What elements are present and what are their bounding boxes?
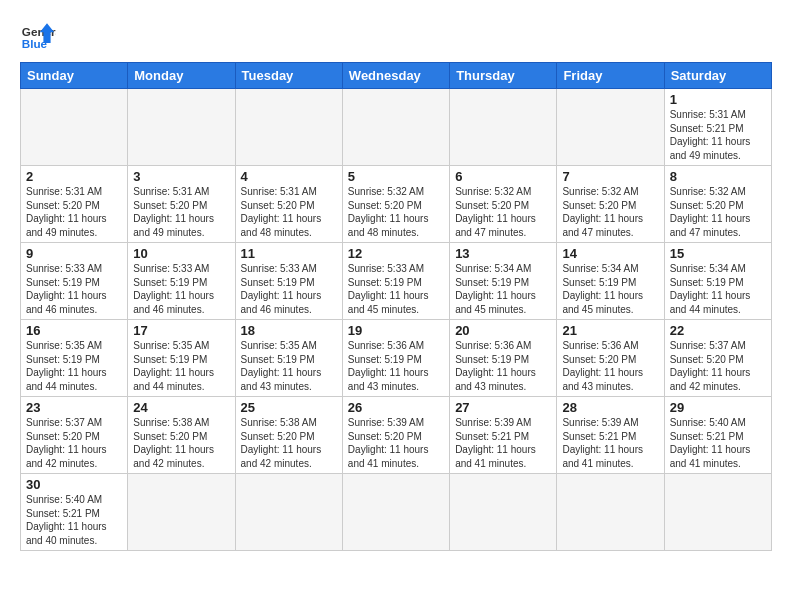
calendar-cell: 20Sunrise: 5:36 AMSunset: 5:19 PMDayligh… — [450, 320, 557, 397]
day-info: Sunrise: 5:32 AMSunset: 5:20 PMDaylight:… — [348, 185, 444, 239]
calendar-cell: 22Sunrise: 5:37 AMSunset: 5:20 PMDayligh… — [664, 320, 771, 397]
day-number: 30 — [26, 477, 122, 492]
calendar-cell — [557, 474, 664, 551]
day-number: 19 — [348, 323, 444, 338]
weekday-header: Wednesday — [342, 63, 449, 89]
day-info: Sunrise: 5:38 AMSunset: 5:20 PMDaylight:… — [133, 416, 229, 470]
calendar-cell: 17Sunrise: 5:35 AMSunset: 5:19 PMDayligh… — [128, 320, 235, 397]
day-info: Sunrise: 5:31 AMSunset: 5:20 PMDaylight:… — [26, 185, 122, 239]
day-info: Sunrise: 5:33 AMSunset: 5:19 PMDaylight:… — [133, 262, 229, 316]
calendar-cell: 8Sunrise: 5:32 AMSunset: 5:20 PMDaylight… — [664, 166, 771, 243]
day-number: 9 — [26, 246, 122, 261]
calendar-week-row: 23Sunrise: 5:37 AMSunset: 5:20 PMDayligh… — [21, 397, 772, 474]
day-info: Sunrise: 5:32 AMSunset: 5:20 PMDaylight:… — [562, 185, 658, 239]
day-info: Sunrise: 5:36 AMSunset: 5:19 PMDaylight:… — [455, 339, 551, 393]
calendar-cell — [235, 474, 342, 551]
calendar-cell — [235, 89, 342, 166]
day-info: Sunrise: 5:34 AMSunset: 5:19 PMDaylight:… — [455, 262, 551, 316]
day-number: 12 — [348, 246, 444, 261]
day-number: 8 — [670, 169, 766, 184]
day-info: Sunrise: 5:34 AMSunset: 5:19 PMDaylight:… — [562, 262, 658, 316]
calendar-cell — [128, 89, 235, 166]
calendar-cell: 29Sunrise: 5:40 AMSunset: 5:21 PMDayligh… — [664, 397, 771, 474]
day-info: Sunrise: 5:35 AMSunset: 5:19 PMDaylight:… — [241, 339, 337, 393]
day-info: Sunrise: 5:31 AMSunset: 5:21 PMDaylight:… — [670, 108, 766, 162]
day-info: Sunrise: 5:40 AMSunset: 5:21 PMDaylight:… — [670, 416, 766, 470]
logo-icon: General Blue — [20, 16, 56, 52]
day-number: 23 — [26, 400, 122, 415]
calendar-cell: 21Sunrise: 5:36 AMSunset: 5:20 PMDayligh… — [557, 320, 664, 397]
day-info: Sunrise: 5:32 AMSunset: 5:20 PMDaylight:… — [670, 185, 766, 239]
calendar-cell: 11Sunrise: 5:33 AMSunset: 5:19 PMDayligh… — [235, 243, 342, 320]
calendar-week-row: 16Sunrise: 5:35 AMSunset: 5:19 PMDayligh… — [21, 320, 772, 397]
calendar-cell — [450, 89, 557, 166]
day-number: 13 — [455, 246, 551, 261]
calendar-cell: 12Sunrise: 5:33 AMSunset: 5:19 PMDayligh… — [342, 243, 449, 320]
day-info: Sunrise: 5:33 AMSunset: 5:19 PMDaylight:… — [348, 262, 444, 316]
day-info: Sunrise: 5:36 AMSunset: 5:20 PMDaylight:… — [562, 339, 658, 393]
day-number: 6 — [455, 169, 551, 184]
weekday-header: Friday — [557, 63, 664, 89]
day-number: 4 — [241, 169, 337, 184]
calendar-week-row: 9Sunrise: 5:33 AMSunset: 5:19 PMDaylight… — [21, 243, 772, 320]
day-info: Sunrise: 5:37 AMSunset: 5:20 PMDaylight:… — [26, 416, 122, 470]
calendar-cell — [557, 89, 664, 166]
day-number: 1 — [670, 92, 766, 107]
day-info: Sunrise: 5:34 AMSunset: 5:19 PMDaylight:… — [670, 262, 766, 316]
day-info: Sunrise: 5:40 AMSunset: 5:21 PMDaylight:… — [26, 493, 122, 547]
day-number: 5 — [348, 169, 444, 184]
weekday-header: Thursday — [450, 63, 557, 89]
calendar-cell: 3Sunrise: 5:31 AMSunset: 5:20 PMDaylight… — [128, 166, 235, 243]
day-number: 22 — [670, 323, 766, 338]
day-info: Sunrise: 5:33 AMSunset: 5:19 PMDaylight:… — [26, 262, 122, 316]
calendar-cell: 15Sunrise: 5:34 AMSunset: 5:19 PMDayligh… — [664, 243, 771, 320]
day-number: 21 — [562, 323, 658, 338]
calendar-cell: 4Sunrise: 5:31 AMSunset: 5:20 PMDaylight… — [235, 166, 342, 243]
day-number: 10 — [133, 246, 229, 261]
calendar-cell — [21, 89, 128, 166]
calendar-cell: 10Sunrise: 5:33 AMSunset: 5:19 PMDayligh… — [128, 243, 235, 320]
weekday-header: Sunday — [21, 63, 128, 89]
day-info: Sunrise: 5:38 AMSunset: 5:20 PMDaylight:… — [241, 416, 337, 470]
day-number: 20 — [455, 323, 551, 338]
calendar-cell: 18Sunrise: 5:35 AMSunset: 5:19 PMDayligh… — [235, 320, 342, 397]
calendar-cell: 28Sunrise: 5:39 AMSunset: 5:21 PMDayligh… — [557, 397, 664, 474]
calendar-week-row: 30Sunrise: 5:40 AMSunset: 5:21 PMDayligh… — [21, 474, 772, 551]
calendar-cell: 26Sunrise: 5:39 AMSunset: 5:20 PMDayligh… — [342, 397, 449, 474]
day-number: 16 — [26, 323, 122, 338]
day-info: Sunrise: 5:39 AMSunset: 5:21 PMDaylight:… — [562, 416, 658, 470]
calendar-cell — [450, 474, 557, 551]
weekday-header: Tuesday — [235, 63, 342, 89]
day-number: 14 — [562, 246, 658, 261]
calendar-cell: 5Sunrise: 5:32 AMSunset: 5:20 PMDaylight… — [342, 166, 449, 243]
day-info: Sunrise: 5:39 AMSunset: 5:21 PMDaylight:… — [455, 416, 551, 470]
day-number: 18 — [241, 323, 337, 338]
calendar-cell — [342, 89, 449, 166]
calendar-cell: 13Sunrise: 5:34 AMSunset: 5:19 PMDayligh… — [450, 243, 557, 320]
calendar-cell: 16Sunrise: 5:35 AMSunset: 5:19 PMDayligh… — [21, 320, 128, 397]
calendar-cell — [128, 474, 235, 551]
calendar-cell: 7Sunrise: 5:32 AMSunset: 5:20 PMDaylight… — [557, 166, 664, 243]
calendar-cell: 25Sunrise: 5:38 AMSunset: 5:20 PMDayligh… — [235, 397, 342, 474]
calendar-week-row: 2Sunrise: 5:31 AMSunset: 5:20 PMDaylight… — [21, 166, 772, 243]
calendar-cell: 14Sunrise: 5:34 AMSunset: 5:19 PMDayligh… — [557, 243, 664, 320]
day-number: 7 — [562, 169, 658, 184]
day-info: Sunrise: 5:32 AMSunset: 5:20 PMDaylight:… — [455, 185, 551, 239]
day-info: Sunrise: 5:35 AMSunset: 5:19 PMDaylight:… — [26, 339, 122, 393]
day-number: 11 — [241, 246, 337, 261]
day-number: 29 — [670, 400, 766, 415]
calendar-cell — [664, 474, 771, 551]
weekday-header: Saturday — [664, 63, 771, 89]
day-info: Sunrise: 5:31 AMSunset: 5:20 PMDaylight:… — [241, 185, 337, 239]
day-number: 2 — [26, 169, 122, 184]
day-info: Sunrise: 5:31 AMSunset: 5:20 PMDaylight:… — [133, 185, 229, 239]
day-info: Sunrise: 5:33 AMSunset: 5:19 PMDaylight:… — [241, 262, 337, 316]
calendar-cell: 2Sunrise: 5:31 AMSunset: 5:20 PMDaylight… — [21, 166, 128, 243]
calendar-cell: 24Sunrise: 5:38 AMSunset: 5:20 PMDayligh… — [128, 397, 235, 474]
day-number: 17 — [133, 323, 229, 338]
logo: General Blue — [20, 16, 56, 52]
calendar-cell: 6Sunrise: 5:32 AMSunset: 5:20 PMDaylight… — [450, 166, 557, 243]
calendar-cell — [342, 474, 449, 551]
day-number: 3 — [133, 169, 229, 184]
page-header: General Blue — [20, 16, 772, 52]
